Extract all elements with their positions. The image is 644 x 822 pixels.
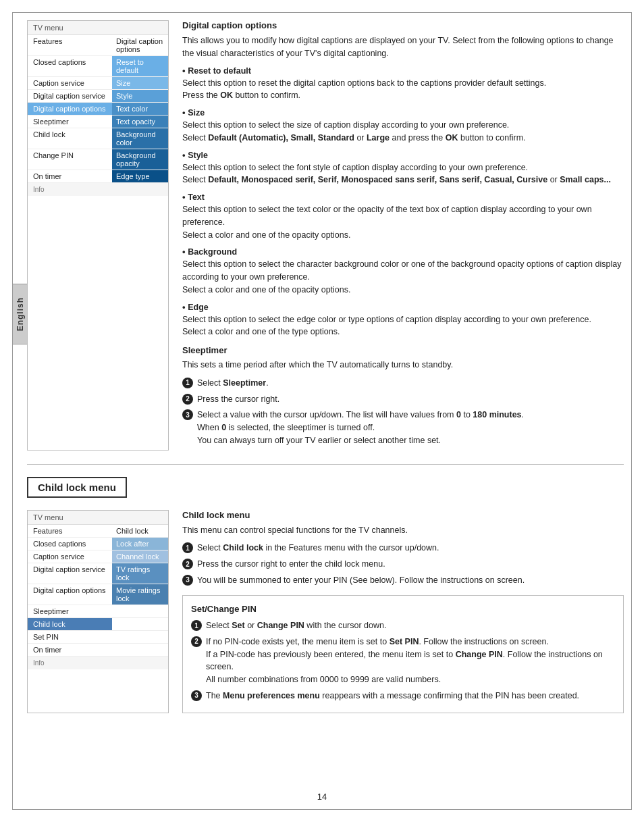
menu-row-2: Caption service Size [28,77,168,90]
cl-menu-left-features: Features [28,525,112,538]
menu-row-4: Digital caption options Text color [28,103,168,115]
tv-menu-box-top: TV menu Features Digital caption options… [27,20,169,451]
cl-menu-left-caption-service: Caption service [28,550,112,563]
menu-left-digital-caption-options: Digital caption options [28,103,112,115]
menu-row-0: Features Digital caption options [28,35,168,56]
cl-menu-left-closed-captions: Closed captions [28,538,112,550]
pin-step-1-text: Select Set or Change PIN with the cursor… [206,619,615,632]
menu-row-7: Change PIN Background opacity [28,149,168,170]
menu-right-edge-type: Edge type [112,170,168,183]
cl-menu-left-child-lock-hl: Child lock [28,618,112,631]
step-num-1: 1 [182,378,193,388]
cl-menu-row-3: Digital caption service TV ratings lock [28,563,168,584]
sleeptimer-section: Sleeptimer This sets a time period after… [182,345,624,447]
cl-step-2: 2 Press the cursor right to enter the ch… [182,558,624,571]
menu-right-size: Size [112,77,168,90]
tv-menu-info-child-lock: Info [28,657,168,669]
menu-left-change-pin: Change PIN [28,149,112,170]
cl-menu-row-5: Sleeptimer [28,605,168,618]
menu-right-bg-color: Background color [112,128,168,149]
pin-step-3: 3 The Menu preferences menu reappears wi… [191,690,615,702]
cl-menu-row-4: Digital caption options Movie ratings lo… [28,584,168,605]
cl-menu-left-set-pin: Set PIN [28,631,112,644]
cl-menu-left-digital-caption-service: Digital caption service [28,563,112,584]
sleeptimer-step-3-text: Select a value with the cursor up/down. … [197,409,624,446]
digital-caption-intro: This allows you to modify how digital ca… [182,34,624,60]
cl-menu-right-empty-2 [112,618,168,631]
bullet-size: Size Select this option to select the si… [182,107,624,145]
cl-menu-left-sleeptimer: Sleeptimer [28,605,112,618]
pin-box-title: Set/Change PIN [191,602,615,616]
bullet-title-style: Style [188,151,208,160]
cl-step-3-text: You will be summoned to enter your PIN (… [197,574,624,587]
cl-menu-right-lock-after: Lock after [112,538,168,550]
bullet-title-background: Background [188,247,237,257]
menu-row-6: Child lock Background color [28,128,168,149]
tv-menu-box-child-lock: TV menu Features Child lock Closed capti… [27,510,169,713]
tv-menu-info-top: Info [28,183,168,196]
bullet-text-style: Select this option to select the font st… [182,161,624,187]
menu-left-on-timer: On timer [28,170,112,183]
top-section: TV menu Features Digital caption options… [27,20,624,451]
tv-menu-title-child-lock: TV menu [28,511,168,525]
cl-menu-right-child-lock: Child lock [112,525,168,538]
pin-step-2-text: If no PIN-code exists yet, the menu item… [206,636,615,686]
cl-menu-left-digital-caption-options: Digital caption options [28,584,112,605]
cl-menu-right-movie-ratings: Movie ratings lock [112,584,168,605]
menu-left-child-lock: Child lock [28,128,112,149]
child-lock-intro: This menu can control special functions … [182,524,624,537]
cl-step-1-text: Select Child lock in the Features menu w… [197,542,624,555]
pin-box: Set/Change PIN 1 Select Set or Change PI… [182,595,624,713]
cl-menu-left-on-timer: On timer [28,644,112,657]
cl-step-num-1: 1 [182,542,193,553]
sleeptimer-step-3: 3 Select a value with the cursor up/down… [182,409,624,446]
sleeptimer-step-1: 1 Select Sleeptimer. [182,377,624,390]
sleeptimer-step-1-text: Select Sleeptimer. [197,377,624,390]
bullet-style: Style Select this option to select the f… [182,150,624,187]
cl-step-3: 3 You will be summoned to enter your PIN… [182,574,624,587]
cl-menu-row-7: Set PIN [28,631,168,644]
cl-step-num-2: 2 [182,559,193,569]
sleeptimer-intro: This sets a time period after which the … [182,359,624,371]
cl-step-2-text: Press the cursor right to enter the chil… [197,558,624,571]
menu-right-text-opacity: Text opacity [112,115,168,128]
cl-menu-row-8: On timer [28,644,168,657]
main-content: TV menu Features Digital caption options… [27,20,624,802]
menu-row-5: Sleeptimer Text opacity [28,115,168,128]
menu-left-sleeptimer: Sleeptimer [28,115,112,128]
cl-menu-right-empty-1 [112,605,168,618]
pin-step-2: 2 If no PIN-code exists yet, the menu it… [191,636,615,686]
bullet-background: Background Select this option to select … [182,247,624,296]
bullet-title-reset: Reset to default [188,66,251,76]
page-border-right [631,12,632,810]
cl-step-1: 1 Select Child lock in the Features menu… [182,542,624,555]
page-border-bottom [12,809,632,810]
page-border-left [12,12,13,810]
pin-step-num-2: 2 [191,636,202,647]
bullet-text-text: Select this option to select the text co… [182,203,624,241]
menu-right-digital-caption-options: Digital caption options [112,35,168,56]
bottom-section: TV menu Features Child lock Closed capti… [27,510,624,713]
digital-caption-content: Digital caption options This allows you … [182,20,624,451]
sleeptimer-step-2: 2 Press the cursor right. [182,393,624,406]
cl-menu-row-6: Child lock [28,618,168,631]
bullet-text: Text Select this option to select the te… [182,192,624,241]
menu-left-closed-captions: Closed captions [28,56,112,77]
menu-right-reset: Reset to default [112,56,168,77]
child-lock-content: Child lock menu This menu can control sp… [182,510,624,713]
bullet-title-edge: Edge [188,303,209,312]
child-lock-header-box: Child lock menu [27,477,127,498]
menu-row-1: Closed captions Reset to default [28,56,168,77]
page-number: 14 [317,792,327,802]
bullet-text-edge: Select this option to select the edge co… [182,313,624,339]
menu-right-bg-opacity: Background opacity [112,149,168,170]
cl-menu-row-1: Closed captions Lock after [28,538,168,550]
menu-left-digital-caption-service: Digital caption service [28,90,112,103]
tv-menu-title-top: TV menu [28,21,168,35]
page-border-top [12,12,632,13]
cl-menu-row-2: Caption service Channel lock [28,550,168,563]
cl-menu-right-tv-ratings: TV ratings lock [112,563,168,584]
cl-menu-right-channel-lock: Channel lock [112,550,168,563]
pin-step-num-3: 3 [191,690,202,701]
cl-menu-row-0: Features Child lock [28,525,168,538]
